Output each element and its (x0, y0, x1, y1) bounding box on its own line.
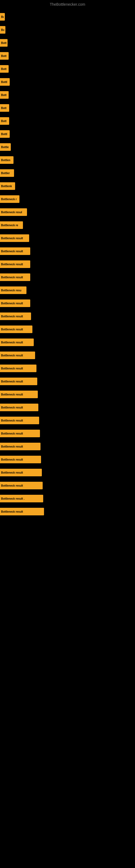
list-item: Bottlenk (0, 182, 135, 190)
bottleneck-label: Bottleneck result (1, 276, 23, 279)
list-item: Bo (0, 12, 135, 21)
list-item: Bottle (0, 143, 135, 151)
list-item: Bottleneck result (0, 455, 135, 464)
bottleneck-label: Bottleneck result (1, 484, 23, 487)
list-item: Bottl (0, 78, 135, 86)
list-item: Bottlen (0, 156, 135, 164)
list-item: Bottleneck result (0, 299, 135, 308)
list-item: Bottleneck result (0, 507, 135, 516)
bottleneck-label: Bottle (1, 146, 9, 149)
bottleneck-label: Bottleneck r (1, 198, 17, 201)
bottleneck-label: Bottlen (1, 159, 10, 162)
bottleneck-label: Bottleneck result (1, 237, 23, 240)
bottleneck-label: Bottleneck result (1, 250, 23, 253)
bottleneck-label: Bo (1, 29, 4, 31)
bottleneck-label: Bottleneck result (1, 341, 23, 344)
bottleneck-label: Bottl (1, 81, 7, 84)
list-item: Bottleneck result (0, 468, 135, 477)
list-item: Bott (0, 65, 135, 73)
list-item: Bottl (0, 130, 135, 138)
list-item: Bottleneck resu (0, 286, 135, 294)
bottleneck-label: Bottleneck result (1, 380, 23, 383)
bottleneck-label: Bottleneck result (1, 263, 23, 266)
list-item: Bottleneck result (0, 247, 135, 255)
list-item: Bottleneck result (0, 364, 135, 373)
bottleneck-label: Bottleneck result (1, 354, 23, 357)
bottleneck-label: Bottler (1, 172, 10, 175)
list-item: Bottleneck result (0, 351, 135, 360)
bottleneck-label: Bottlenk (1, 185, 12, 188)
bottleneck-label: Bottleneck resul (1, 211, 22, 214)
bottleneck-label: Bottleneck result (1, 315, 23, 318)
list-item: Bott (0, 38, 135, 47)
bottleneck-label: Bottleneck re (1, 224, 18, 227)
list-item: Bottleneck resul (0, 208, 135, 216)
list-item: Bott (0, 117, 135, 125)
list-item: Bottler (0, 169, 135, 177)
list-item: Bottleneck result (0, 429, 135, 438)
bottleneck-label: Bottleneck result . (1, 497, 25, 500)
list-item: Bottleneck result (0, 312, 135, 321)
bottleneck-label: Bottleneck result (1, 471, 23, 474)
list-item: Bott (0, 91, 135, 99)
list-item: Bottleneck result . (0, 494, 135, 503)
list-item: Bottleneck result (0, 377, 135, 386)
list-item: Bottleneck re (0, 221, 135, 229)
bottleneck-label: Bo (1, 16, 4, 19)
bottleneck-label: Bott (1, 94, 6, 97)
items-container: BoBoBottBottBottBottlBottBottBottBottlBo… (0, 8, 135, 521)
bottleneck-label: Bottleneck result (1, 458, 23, 461)
list-item: Bottleneck result (0, 403, 135, 412)
list-item: Bo (0, 26, 135, 34)
list-item: Bottleneck result (0, 234, 135, 243)
bottleneck-label: Bottleneck result (1, 419, 23, 422)
bottleneck-label: Bott (1, 55, 6, 58)
list-item: Bottleneck result (0, 390, 135, 399)
bottleneck-label: Bott (1, 67, 6, 70)
list-item: Bottleneck result (0, 325, 135, 334)
list-item: Bott (0, 104, 135, 112)
bottleneck-label: Bottleneck result (1, 302, 23, 305)
bottleneck-label: Bott (1, 120, 6, 123)
list-item: Bottleneck result (0, 481, 135, 490)
list-item: Bott (0, 52, 135, 60)
list-item: Bottleneck result (0, 338, 135, 347)
list-item: Bottleneck result (0, 273, 135, 282)
list-item: Bottleneck result (0, 260, 135, 269)
list-item: Bottleneck r (0, 195, 135, 204)
bottleneck-label: Bott (1, 41, 6, 44)
site-title: TheBottlenecker.com (0, 0, 135, 8)
bottleneck-label: Bottleneck resu (1, 289, 21, 292)
bottleneck-label: Bottl (1, 133, 7, 135)
list-item: Bottleneck result (0, 442, 135, 451)
list-item: Bottleneck result (0, 416, 135, 425)
bottleneck-label: Bott (1, 106, 6, 110)
bottleneck-label: Bottleneck result (1, 445, 23, 448)
bottleneck-label: Bottleneck result (1, 393, 23, 396)
bottleneck-label: Bottleneck result (1, 367, 23, 370)
bottleneck-label: Bottleneck result (1, 432, 23, 435)
bottleneck-label: Bottleneck result (1, 510, 23, 513)
bottleneck-label: Bottleneck result (1, 406, 23, 409)
bottleneck-label: Bottleneck result (1, 328, 23, 331)
